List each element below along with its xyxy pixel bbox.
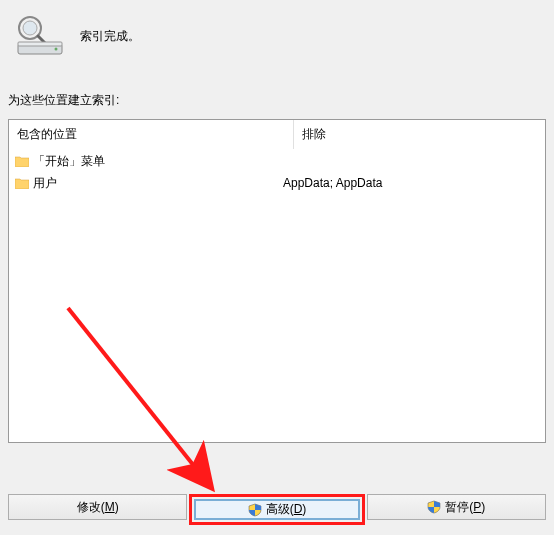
shield-icon bbox=[248, 503, 262, 517]
advanced-button-highlight: 高级(D) bbox=[189, 494, 364, 525]
locations-list[interactable]: 包含的位置 排除 「开始」菜单 用户 A bbox=[8, 119, 546, 443]
cell-included: 「开始」菜单 bbox=[9, 150, 277, 172]
list-item[interactable]: 用户 AppData; AppData bbox=[9, 172, 545, 194]
cell-excluded bbox=[277, 150, 545, 172]
list-header: 包含的位置 排除 bbox=[9, 120, 545, 150]
col-header-included[interactable]: 包含的位置 bbox=[9, 120, 294, 149]
button-label: 高级(D) bbox=[266, 501, 307, 518]
cell-included: 用户 bbox=[9, 172, 277, 194]
button-label: 暂停(P) bbox=[445, 499, 485, 516]
list-body: 「开始」菜单 用户 AppData; AppData bbox=[9, 150, 545, 194]
pause-button[interactable]: 暂停(P) bbox=[367, 494, 546, 520]
indexing-options-panel: 索引完成。 为这些位置建立索引: 包含的位置 排除 「开始」菜单 bbox=[0, 0, 554, 535]
folder-icon bbox=[15, 155, 29, 167]
list-item[interactable]: 「开始」菜单 bbox=[9, 150, 545, 172]
cell-excluded: AppData; AppData bbox=[277, 172, 545, 194]
shield-icon bbox=[427, 500, 441, 514]
svg-point-5 bbox=[55, 48, 58, 51]
locations-label: 为这些位置建立索引: bbox=[0, 64, 554, 115]
button-label: 修改(M) bbox=[77, 499, 119, 516]
location-name: 用户 bbox=[33, 174, 57, 192]
status-row: 索引完成。 bbox=[0, 0, 554, 64]
drive-search-icon bbox=[12, 16, 68, 56]
index-status-text: 索引完成。 bbox=[80, 28, 140, 45]
modify-button[interactable]: 修改(M) bbox=[8, 494, 187, 520]
button-bar: 修改(M) 高级(D) bbox=[0, 494, 554, 525]
advanced-button[interactable]: 高级(D) bbox=[194, 499, 359, 520]
svg-point-1 bbox=[23, 21, 37, 35]
location-name: 「开始」菜单 bbox=[33, 152, 105, 170]
col-header-excluded[interactable]: 排除 bbox=[294, 120, 545, 149]
svg-rect-4 bbox=[18, 42, 62, 46]
folder-icon bbox=[15, 177, 29, 189]
